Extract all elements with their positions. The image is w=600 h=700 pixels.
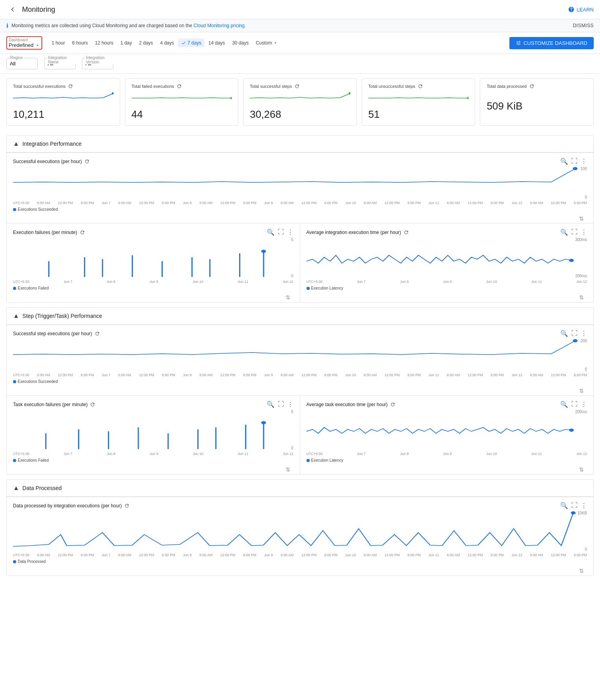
stat-value-4: 51 — [368, 108, 469, 121]
y-min-5: 0 — [291, 446, 293, 450]
more-icon-3[interactable]: ⋮ — [581, 228, 587, 236]
scroll-arrows-5[interactable]: ⇅ — [286, 466, 290, 473]
chart-axis-3: UTC+5:30Jun 7Jun 8Jun 9Jun 10Jun 11Jun 1… — [307, 279, 587, 284]
time-4days[interactable]: 4 days — [157, 39, 177, 47]
time-2days[interactable]: 2 days — [136, 39, 156, 47]
time-1day[interactable]: 1 day — [117, 39, 135, 47]
stat-card-failed-executions: Total failed executions 44 — [125, 78, 239, 126]
zoom-icon-3[interactable]: 🔍 — [560, 228, 568, 236]
stat-card-successful-executions: Total successful executions 10,211 — [6, 78, 120, 126]
chart-title-task-fail: Task execution failures (per minute) — [13, 402, 87, 407]
expand-icon-6[interactable]: ⛶ — [571, 401, 578, 408]
more-icon-7[interactable]: ⋮ — [581, 502, 587, 509]
time-custom[interactable]: Custom — [253, 39, 280, 47]
zoom-icon-2[interactable]: 🔍 — [267, 228, 275, 236]
expand-icon-7[interactable]: ⛶ — [571, 502, 578, 509]
scroll-arrows-3[interactable]: ⇅ — [579, 294, 584, 301]
avg-exec-time-chart: Average integration execution time (per … — [300, 224, 594, 302]
chart-axis-7: UTC+5:306:00 AM12:00 PM6:00 PMJun 76:00 … — [13, 552, 587, 558]
section-title-data: Data Processed — [22, 485, 62, 491]
y-max-4: 200 — [580, 339, 587, 343]
time-14days[interactable]: 14 days — [205, 39, 228, 47]
legend-exec-fail: Executions Failed — [13, 284, 293, 293]
time-30days[interactable]: 30 days — [229, 39, 252, 47]
time-12hours[interactable]: 12 hours — [92, 39, 117, 47]
stat-title-2: Total failed executions — [132, 84, 174, 89]
chart-title-successful-exec: Successful executions (per hour) — [13, 159, 82, 164]
page-title: Monitoring — [22, 6, 55, 14]
learn-button[interactable]: LEARN — [568, 6, 594, 13]
zoom-icon-6[interactable]: 🔍 — [560, 401, 568, 408]
chart-title-avg-task: Average task execution time (per hour) — [307, 402, 388, 407]
expand-icon-5[interactable]: ⛶ — [278, 401, 284, 408]
svg-point-27 — [569, 429, 574, 432]
scroll-arrows-6[interactable]: ⇅ — [579, 466, 584, 473]
back-button[interactable] — [6, 3, 19, 16]
learn-label: LEARN — [577, 7, 594, 13]
integration-version-filter[interactable]: Integration Version All — [82, 58, 113, 69]
data-processed-section: ▲ Data Processed Data processed by integ… — [6, 479, 594, 576]
scroll-arrows-1[interactable]: ⇅ — [579, 215, 584, 222]
successful-step-exec-chart: Successful step executions (per hour) 🔍 … — [7, 325, 593, 395]
customize-dashboard-button[interactable]: CUSTOMIZE DASHBOARD — [509, 37, 594, 49]
time-1hour[interactable]: 1 hour — [48, 39, 68, 47]
stat-card-successful-steps: Total successful steps 30,268 — [243, 78, 357, 126]
integration-performance-header[interactable]: ▲ Integration Performance — [7, 136, 593, 152]
chart-title-step-success: Successful step executions (per hour) — [13, 331, 92, 336]
chart-axis-2: UTC+5:30Jun 7Jun 8Jun 9Jun 10Jun 11Jun 1… — [13, 279, 293, 284]
filter-bar: Region All Integration Name All Integrat… — [0, 54, 600, 74]
integration-name-filter[interactable]: Integration Name All — [44, 58, 76, 69]
info-message: Monitoring metrics are collected using C… — [11, 23, 192, 28]
y-min-1: 0 — [585, 195, 587, 199]
time-6hours[interactable]: 6 hours — [69, 39, 91, 47]
stat-value-5: 509 KiB — [487, 100, 587, 112]
integration-version-label: Integration Version — [85, 56, 113, 64]
zoom-icon-5[interactable]: 🔍 — [267, 401, 275, 408]
stat-card-data-processed: Total data processed 509 KiB — [480, 78, 594, 126]
time-7days[interactable]: 7 days — [178, 39, 204, 47]
dashboard-selector[interactable]: Dashboard Predefined — [6, 36, 42, 50]
customize-label: CUSTOMIZE DASHBOARD — [524, 40, 587, 46]
pricing-link[interactable]: Cloud Monitoring pricing. — [193, 23, 246, 28]
two-col-charts-2: Task execution failures (per minute) 🔍 ⛶… — [7, 395, 593, 474]
dashboard-select[interactable]: Predefined — [9, 42, 40, 48]
region-label: Region — [9, 56, 24, 60]
integration-performance-section: ▲ Integration Performance Successful exe… — [6, 135, 594, 303]
expand-icon-1[interactable]: ⛶ — [571, 158, 578, 165]
zoom-icon-4[interactable]: 🔍 — [560, 330, 568, 337]
zoom-icon-1[interactable]: 🔍 — [560, 158, 568, 165]
more-icon-1[interactable]: ⋮ — [581, 158, 587, 165]
zoom-icon-7[interactable]: 🔍 — [560, 502, 568, 509]
more-icon-6[interactable]: ⋮ — [581, 401, 587, 408]
dismiss-button[interactable]: DISMISS — [573, 23, 594, 28]
data-processed-header[interactable]: ▲ Data Processed — [7, 480, 593, 497]
legend-task-latency: Execution Latency — [307, 457, 587, 466]
expand-icon-2[interactable]: ⛶ — [278, 228, 284, 236]
scroll-arrows-2[interactable]: ⇅ — [286, 294, 290, 301]
stat-value-2: 44 — [132, 108, 232, 121]
collapse-icon-2: ▲ — [13, 312, 19, 319]
stat-title-4: Total unsuccessful steps — [368, 84, 415, 89]
collapse-icon: ▲ — [13, 140, 19, 147]
more-icon-2[interactable]: ⋮ — [287, 228, 293, 236]
expand-icon-4[interactable]: ⛶ — [571, 330, 578, 337]
legend-task-fail: Executions Failed — [13, 457, 293, 466]
expand-icon-3[interactable]: ⛶ — [571, 228, 578, 236]
top-bar: Monitoring LEARN — [0, 0, 600, 19]
info-bar: ℹ Monitoring metrics are collected using… — [0, 19, 600, 32]
more-icon-4[interactable]: ⋮ — [581, 330, 587, 337]
controls-bar: Dashboard Predefined 1 hour 6 hours 12 h… — [0, 32, 600, 54]
integration-name-label: Integration Name — [47, 56, 76, 64]
y-max-1: 100 — [580, 167, 587, 171]
scroll-arrows-4[interactable]: ⇅ — [579, 388, 584, 394]
legend-step-success: Executions Succeeded — [13, 378, 587, 387]
more-icon-5[interactable]: ⋮ — [287, 401, 293, 408]
svg-point-15 — [569, 259, 574, 262]
avg-task-exec-time-chart: Average task execution time (per hour) 🔍… — [300, 396, 594, 474]
svg-point-14 — [261, 250, 266, 253]
y-min-4: 0 — [585, 367, 587, 371]
region-filter[interactable]: Region All — [6, 58, 38, 69]
legend-successful-exec: Executions Succeeded — [13, 206, 587, 215]
scroll-arrows-7[interactable]: ⇅ — [579, 568, 584, 574]
step-performance-header[interactable]: ▲ Step (Trigger/Task) Performance — [7, 308, 593, 325]
